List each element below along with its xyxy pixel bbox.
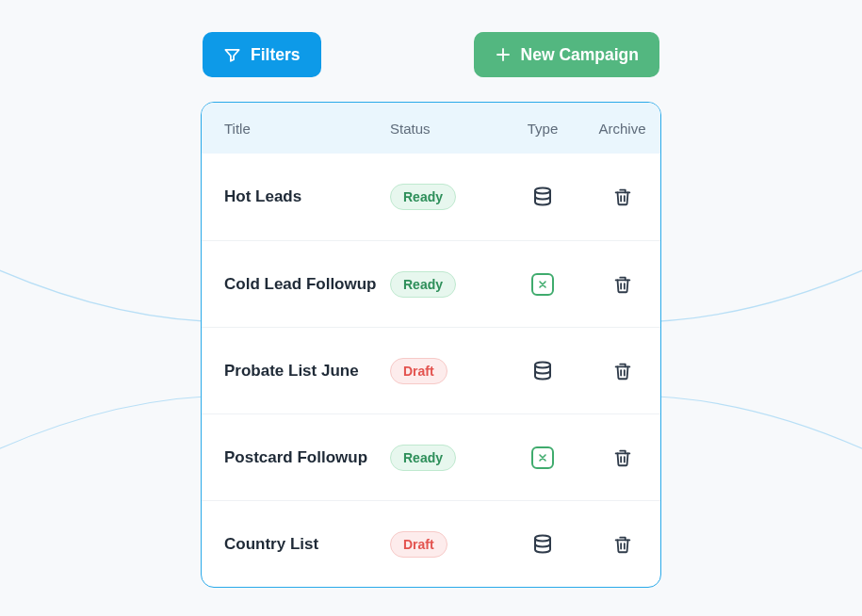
new-campaign-label: New Campaign — [521, 45, 639, 65]
status-badge: Ready — [390, 445, 456, 471]
trash-icon[interactable] — [610, 184, 636, 210]
svg-point-2 — [535, 535, 550, 541]
filters-label: Filters — [251, 45, 301, 65]
row-title: Postcard Followup — [202, 448, 390, 467]
table-row[interactable]: Postcard FollowupReady — [202, 413, 660, 500]
table-row[interactable]: Cold Lead FollowupReady — [202, 240, 660, 327]
status-badge: Draft — [390, 531, 447, 558]
trash-icon[interactable] — [610, 531, 636, 558]
row-archive — [584, 184, 660, 210]
svg-point-0 — [535, 188, 550, 194]
row-archive — [584, 358, 660, 384]
svg-point-1 — [535, 362, 550, 367]
row-type — [501, 445, 584, 471]
new-campaign-button[interactable]: New Campaign — [474, 32, 659, 77]
status-badge: Ready — [390, 271, 456, 298]
row-type — [501, 358, 584, 384]
header-status: Status — [390, 121, 501, 137]
database-icon[interactable] — [529, 184, 556, 210]
database-icon[interactable] — [529, 358, 556, 384]
status-badge: Draft — [390, 358, 447, 384]
x-box-icon[interactable] — [529, 445, 556, 471]
row-status: Ready — [390, 184, 501, 210]
row-status: Ready — [390, 271, 501, 298]
table-header: Title Status Type Archive — [202, 103, 660, 154]
row-title: Probate List June — [202, 362, 390, 381]
row-type — [501, 184, 584, 210]
row-type — [501, 271, 584, 298]
row-archive — [584, 445, 660, 471]
campaigns-table: Title Status Type Archive Hot LeadsReady… — [201, 102, 661, 588]
trash-icon[interactable] — [610, 445, 636, 471]
status-badge: Ready — [390, 184, 456, 210]
header-title: Title — [202, 121, 390, 137]
plus-icon — [495, 46, 512, 63]
row-title: Hot Leads — [202, 187, 390, 206]
row-type — [501, 531, 584, 558]
table-row[interactable]: Probate List JuneDraft — [202, 327, 660, 413]
row-status: Draft — [390, 358, 501, 384]
toolbar: Filters New Campaign — [201, 32, 661, 77]
filter-icon — [223, 46, 241, 64]
table-row[interactable]: Country ListDraft — [202, 500, 660, 587]
row-status: Draft — [390, 531, 501, 558]
header-type: Type — [501, 121, 584, 137]
x-box-icon[interactable] — [529, 271, 556, 298]
header-archive: Archive — [584, 121, 660, 137]
row-archive — [584, 531, 660, 558]
database-icon[interactable] — [529, 531, 556, 558]
row-status: Ready — [390, 445, 501, 471]
row-archive — [584, 271, 660, 298]
trash-icon[interactable] — [610, 271, 636, 298]
row-title: Cold Lead Followup — [202, 275, 390, 294]
filters-button[interactable]: Filters — [203, 32, 321, 77]
trash-icon[interactable] — [610, 358, 636, 384]
table-row[interactable]: Hot LeadsReady — [202, 154, 660, 240]
row-title: Country List — [202, 535, 390, 554]
